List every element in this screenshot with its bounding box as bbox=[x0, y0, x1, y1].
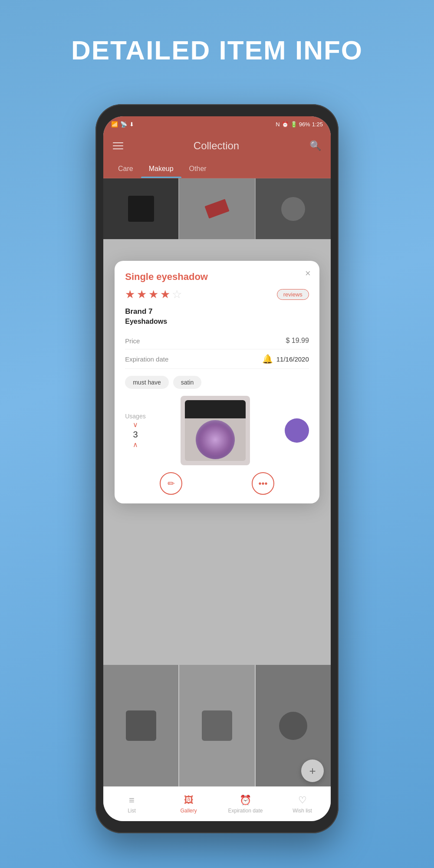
brand-label: Brand 7 bbox=[125, 307, 309, 316]
grid-bottom-2[interactable] bbox=[179, 665, 254, 786]
phone-screen: 📶 📡 ⬇ N ⏰ 🔋 96% 1:25 bbox=[103, 116, 331, 821]
usage-decrease-button[interactable]: ∨ bbox=[133, 421, 138, 429]
usages-label: Usages bbox=[125, 413, 145, 420]
usage-increase-button[interactable]: ∧ bbox=[133, 441, 138, 449]
search-icon[interactable]: 🔍 bbox=[309, 140, 321, 151]
item-detail-modal: × Single eyeshadow ★ ★ ★ ★ ☆ bbox=[115, 261, 319, 503]
expiry-right: 🔔 11/16/2020 bbox=[262, 354, 309, 364]
wishlist-icon: ♡ bbox=[298, 795, 307, 806]
signal-icon: 📶 bbox=[111, 121, 118, 128]
top-app-bar: Collection 🔍 bbox=[103, 132, 331, 160]
gallery-icon: 🖼 bbox=[184, 795, 194, 806]
nav-expiration[interactable]: ⏰ Expiration date bbox=[217, 795, 274, 814]
hamburger-line-3 bbox=[113, 148, 123, 149]
usage-control: Usages ∨ 3 ∧ bbox=[125, 413, 145, 449]
fab-button[interactable]: + bbox=[301, 760, 324, 782]
more-options-button[interactable]: ••• bbox=[252, 472, 274, 495]
alarm-status-icon: ⏰ bbox=[282, 121, 289, 128]
download-icon: ⬇ bbox=[129, 121, 134, 128]
app-title: Collection bbox=[194, 140, 239, 152]
product-photo[interactable] bbox=[181, 396, 250, 465]
reviews-button[interactable]: reviews bbox=[277, 289, 309, 300]
price-label: Price bbox=[125, 337, 140, 345]
edit-icon: ✏ bbox=[168, 478, 175, 489]
bottom-nav: ≡ List 🖼 Gallery ⏰ Expiration date ♡ Wis… bbox=[103, 786, 331, 821]
expiration-icon: ⏰ bbox=[240, 795, 251, 806]
status-right: N ⏰ 🔋 96% 1:25 bbox=[276, 121, 323, 128]
modal-title: Single eyeshadow bbox=[125, 271, 309, 283]
color-swatch[interactable] bbox=[285, 418, 309, 443]
hero-title: DETAILED ITEM INFO bbox=[0, 35, 434, 66]
hamburger-line-2 bbox=[113, 145, 123, 146]
status-left: 📶 📡 ⬇ bbox=[111, 121, 134, 128]
usage-photo-row: Usages ∨ 3 ∧ bbox=[125, 396, 309, 465]
tags-row: must have satin bbox=[125, 376, 309, 389]
hamburger-line-1 bbox=[113, 142, 123, 143]
main-area: × Single eyeshadow ★ ★ ★ ★ ☆ bbox=[103, 178, 331, 821]
tag-satin[interactable]: satin bbox=[173, 376, 202, 389]
nav-wishlist-label: Wish list bbox=[293, 808, 312, 814]
modal-actions: ✏ ••• bbox=[125, 472, 309, 495]
star-5: ☆ bbox=[172, 288, 182, 301]
bell-icon[interactable]: 🔔 bbox=[262, 354, 273, 364]
more-icon: ••• bbox=[258, 479, 267, 489]
nav-wishlist[interactable]: ♡ Wish list bbox=[274, 795, 331, 814]
nav-gallery[interactable]: 🖼 Gallery bbox=[160, 795, 217, 814]
nfc-icon: N bbox=[276, 121, 279, 128]
grid-bottom-1[interactable] bbox=[103, 665, 178, 786]
status-bar: 📶 📡 ⬇ N ⏰ 🔋 96% 1:25 bbox=[103, 116, 331, 132]
star-2: ★ bbox=[137, 288, 147, 301]
price-value: $ 19.99 bbox=[286, 337, 309, 345]
tab-other[interactable]: Other bbox=[181, 160, 214, 178]
tab-bar: Care Makeup Other bbox=[103, 160, 331, 178]
modal-close-button[interactable]: × bbox=[305, 269, 311, 278]
battery-icon: 🔋 bbox=[290, 121, 297, 128]
expiry-value: 11/16/2020 bbox=[276, 355, 309, 363]
nav-expiration-label: Expiration date bbox=[228, 808, 263, 814]
price-row: Price $ 19.99 bbox=[125, 332, 309, 349]
battery-percent: 96% bbox=[299, 121, 310, 128]
tag-must-have[interactable]: must have bbox=[125, 376, 169, 389]
usage-count: 3 bbox=[133, 430, 138, 440]
phone-shell: 📶 📡 ⬇ N ⏰ 🔋 96% 1:25 bbox=[95, 104, 339, 833]
star-1: ★ bbox=[125, 288, 135, 301]
star-3: ★ bbox=[148, 288, 158, 301]
rating-row: ★ ★ ★ ★ ☆ reviews bbox=[125, 288, 309, 301]
list-icon: ≡ bbox=[129, 795, 135, 806]
tab-makeup[interactable]: Makeup bbox=[141, 160, 181, 178]
tab-care[interactable]: Care bbox=[110, 160, 141, 178]
clock: 1:25 bbox=[312, 121, 323, 128]
star-rating: ★ ★ ★ ★ ☆ bbox=[125, 288, 182, 301]
nav-list[interactable]: ≡ List bbox=[103, 795, 160, 814]
expiry-row: Expiration date 🔔 11/16/2020 bbox=[125, 349, 309, 369]
product-grid-bottom bbox=[103, 665, 331, 786]
nav-list-label: List bbox=[128, 808, 136, 814]
star-4: ★ bbox=[160, 288, 170, 301]
expiry-label: Expiration date bbox=[125, 355, 168, 363]
edit-button[interactable]: ✏ bbox=[160, 472, 182, 495]
category-label: Eyeshadows bbox=[125, 318, 309, 326]
wifi-icon: 📡 bbox=[120, 121, 127, 128]
menu-button[interactable] bbox=[113, 142, 123, 149]
nav-gallery-label: Gallery bbox=[180, 808, 197, 814]
